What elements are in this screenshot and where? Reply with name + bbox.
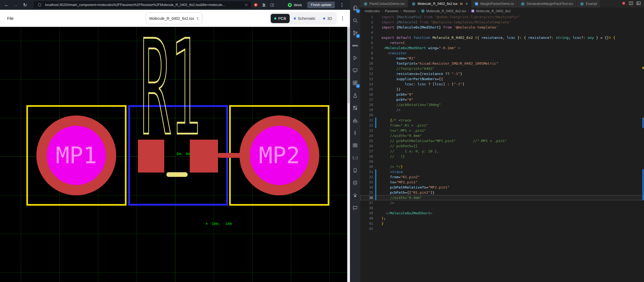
finish-update-button[interactable]: Finish update xyxy=(307,2,335,8)
code-line[interactable]: 23 to=".MP1 > .pin1" xyxy=(360,128,644,133)
blocks-icon[interactable] xyxy=(350,102,360,114)
reference-text[interactable]: R1 xyxy=(140,27,201,164)
code-line[interactable]: 37 /> xyxy=(360,200,644,205)
code-line[interactable]: 1import {MachinePin} from "@adom-footpri… xyxy=(360,14,644,20)
shield-icon[interactable] xyxy=(36,2,43,8)
breadcrumb-item[interactable]: Molecule_R_0402_6x2.tsx xyxy=(421,9,466,13)
code-line[interactable]: 13 supplierPartNumbers={{ xyxy=(360,76,644,82)
code-line[interactable]: 20 xyxy=(360,112,644,118)
code-line[interactable]: 36 //width="0.4mm" xyxy=(360,195,644,200)
code-line[interactable]: 29 xyxy=(360,159,644,164)
code-line[interactable]: 8 <resistor xyxy=(360,51,644,56)
code-line[interactable]: 30 /> */} xyxy=(360,164,644,169)
code-line[interactable]: 38 xyxy=(360,205,644,211)
silkscreen-dash[interactable] xyxy=(166,172,188,177)
editor-tab[interactable]: Molecule_R_0402_6x2.tsxM× xyxy=(408,0,471,8)
database-icon[interactable] xyxy=(350,177,360,189)
scrollbar-thumb[interactable] xyxy=(348,27,350,104)
editor-tab[interactable]: DeclarativeMarginPackTest.tsx xyxy=(517,0,577,8)
code-line[interactable]: 4 xyxy=(360,30,644,35)
overflow-menu-icon[interactable] xyxy=(339,2,345,8)
paw-icon[interactable] xyxy=(350,189,360,202)
code-line[interactable]: 33 to="MP2.pin1" xyxy=(360,180,644,185)
code-line[interactable]: 15 }} xyxy=(360,87,644,92)
code-line[interactable]: 7 <Molecule6x2MedShort wing="-0.1mm" > xyxy=(360,45,644,51)
split-editor-icon[interactable] xyxy=(629,1,633,7)
code-line[interactable]: 26 // pcbPath={[ xyxy=(360,143,644,149)
breadcrumb-item[interactable]: molecules xyxy=(365,9,380,13)
code-line[interactable]: 18 //pcbRotation="10deg" xyxy=(360,102,644,107)
code-editor[interactable]: 1import {MachinePin} from "@adom-footpri… xyxy=(360,14,644,282)
puzzle-icon[interactable] xyxy=(261,2,267,8)
page-scrollbar[interactable] xyxy=(347,27,350,282)
layout-icon[interactable] xyxy=(636,1,641,7)
code-line[interactable]: 39 </Molecule6x2MedShort> xyxy=(360,211,644,216)
docker-icon[interactable] xyxy=(350,114,360,127)
code-line[interactable]: 40); xyxy=(360,216,644,221)
code-line[interactable]: 3import {Molecule6x2MedShort} from '@mol… xyxy=(360,25,644,30)
silkscreen-reference[interactable]: R1 xyxy=(139,34,203,137)
code-line[interactable]: 34 pcbPathRelativeTo="MP2.pin1" xyxy=(360,185,644,190)
code-line[interactable]: 19 /> xyxy=(360,107,644,112)
refresh-icon[interactable]: ↻ xyxy=(21,1,29,8)
url-text[interactable]: localhost:3020/#main_component=molecules… xyxy=(45,3,242,7)
editor-tab[interactable]: TSMarginPackerDemo.ts xyxy=(471,0,517,8)
code-line[interactable]: 12 resistance={resistance ?? "-1"} xyxy=(360,71,644,76)
code-line[interactable]: 41} xyxy=(360,221,644,226)
code-line[interactable]: 35 pcbPath={["R1.pin2"]} xyxy=(360,190,644,195)
remote-window-icon[interactable] xyxy=(350,64,360,77)
editor-tab[interactable]: Exampl xyxy=(577,0,601,8)
view-toggle-pcb[interactable]: PCB xyxy=(271,14,290,23)
breadcrumb-item[interactable]: fMolecule_R_0402_6x2 xyxy=(471,9,511,13)
url-bar[interactable]: localhost:3020/#main_component=molecules… xyxy=(34,1,251,8)
editor-tab[interactable]: PackContactsDemo.tsx xyxy=(360,0,408,8)
code-line[interactable]: 22 from=".R1 > .pin1" xyxy=(360,123,644,128)
pcb-canvas[interactable]: MP1 MP2 R1 0m, 0m + -1mm, -1mm xyxy=(0,27,347,282)
run-debug-icon[interactable] xyxy=(350,52,360,64)
bookmark-star-icon[interactable]: ☆ xyxy=(245,2,248,7)
chat-icon[interactable] xyxy=(350,202,360,214)
code-line[interactable]: 21 {/* <trace xyxy=(360,118,644,123)
menubar-overflow-icon[interactable] xyxy=(340,15,345,21)
code-line[interactable]: 16 pcbX="0" xyxy=(360,92,644,97)
view-toggle-3d[interactable]: 3D xyxy=(320,14,336,23)
file-menu[interactable]: File xyxy=(7,16,14,21)
extensions-icon[interactable]: 4 xyxy=(350,77,360,89)
code-line[interactable]: 25 // pcbPathRelativeTo="MP1.pin1" //".M… xyxy=(360,138,644,143)
code-line[interactable]: 11 //footprint="0402" xyxy=(360,66,644,71)
back-icon[interactable]: ← xyxy=(3,1,10,8)
code-line[interactable]: 14 lcsc: lcsc ? [lcsc] : ["-1"] xyxy=(360,82,644,87)
code-line[interactable]: 32 from="R1.pin2" xyxy=(360,174,644,180)
forward-icon[interactable]: → xyxy=(12,1,20,8)
aws-icon[interactable]: aws xyxy=(350,39,360,52)
code-line[interactable]: 27 // { x: 0, y: 10 }, xyxy=(360,149,644,154)
code-line[interactable]: 6 return( xyxy=(360,40,644,45)
code-line[interactable]: 24 //width="0.4mm" xyxy=(360,133,644,138)
code-line[interactable]: 28 // ]} xyxy=(360,154,644,159)
red-dot-icon[interactable] xyxy=(622,1,626,6)
mobile-icon[interactable] xyxy=(350,164,360,177)
code-line[interactable]: 42 xyxy=(360,226,644,231)
mongodb-icon[interactable] xyxy=(350,127,360,139)
profile-chip[interactable]: Work xyxy=(288,3,302,7)
breadcrumb-item[interactable]: Resistor xyxy=(403,9,416,13)
testing-icon[interactable] xyxy=(350,89,360,102)
container-icon[interactable] xyxy=(269,2,275,8)
code-line[interactable]: 5export default function Molecule_R_0402… xyxy=(360,35,644,40)
file-select[interactable]: Molecule_R_0402_6x2.tsx ▲▼ xyxy=(146,12,202,24)
close-icon[interactable]: × xyxy=(466,2,468,6)
search-icon[interactable] xyxy=(350,14,360,27)
view-toggle-schematic[interactable]: Schematic xyxy=(290,14,319,23)
json-icon[interactable]: {;} xyxy=(350,152,360,164)
code-line[interactable]: 2import {Molecule} from "@molecule-templ… xyxy=(360,20,644,25)
code-line[interactable]: 31 <trace xyxy=(360,169,644,174)
code-line[interactable]: 9 name="R1" xyxy=(360,56,644,61)
trace-r1-mp2[interactable] xyxy=(217,153,251,158)
red-extension-icon[interactable] xyxy=(252,2,259,8)
code-line[interactable]: 10 footprint="kicad:Resistor_SMD/R_0402_… xyxy=(360,61,644,66)
breadcrumb-item[interactable]: Passives xyxy=(385,9,398,13)
code-line[interactable]: 17 pcbY="0" xyxy=(360,97,644,102)
source-control-icon[interactable]: 2 xyxy=(350,27,360,39)
explorer-icon[interactable]: 1 xyxy=(350,2,360,14)
data-grid-icon[interactable] xyxy=(350,139,360,152)
